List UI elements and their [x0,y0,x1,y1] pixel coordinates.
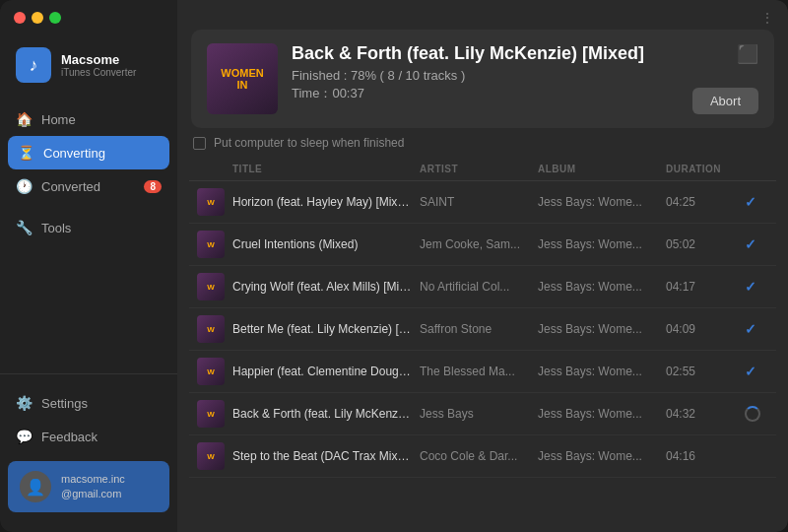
menu-dots[interactable]: ⋮ [760,10,774,26]
app-logo: ♪ [16,47,51,83]
converted-badge: 8 [144,180,162,193]
track-artist: The Blessed Ma... [420,365,538,378]
track-status [745,406,768,422]
user-email: macsome.inc @gmail.com [61,472,125,502]
track-title: Cruel Intentions (Mixed) [232,237,420,251]
user-profile[interactable]: 👤 macsome.inc @gmail.com [8,461,169,512]
converting-status: Finished : 78% ( 8 / 10 tracks ) [292,68,758,83]
sidebar-item-converting[interactable]: ⏳ Converting [8,136,169,169]
track-album: Jess Bays: Wome... [538,280,666,294]
table-row[interactable]: W Better Me (feat. Lily Mckenzie) [Mixed… [189,308,776,351]
col-album: ALBUM [538,164,666,174]
sleep-label: Put computer to sleep when finished [214,136,404,150]
track-title: Horizon (feat. Hayley May) [Mixed] [232,195,420,209]
track-title: Happier (feat. Clementine Douglas) [..… [232,365,420,378]
sidebar-item-tools[interactable]: 🔧 Tools [0,211,177,244]
track-status: ✓ [745,278,768,296]
app-header: ♪ Macsome iTunes Converter [0,32,177,95]
col-status [745,164,768,174]
table-row[interactable]: W Crying Wolf (feat. Alex Mills) [Mixed]… [189,266,776,308]
app-title: Macsome [61,52,136,67]
converting-time: Time：00:37 [292,85,758,102]
sidebar: ♪ Macsome iTunes Converter 🏠 Home ⏳ Conv… [0,0,177,532]
track-duration: 04:16 [666,449,745,463]
col-title: TITLE [232,164,420,174]
sleep-checkbox[interactable] [193,137,206,150]
main-header-bar: ⋮ [177,0,788,30]
col-duration: DURATION [666,164,745,174]
abort-button[interactable]: Abort [692,88,758,114]
col-thumb [197,164,232,174]
track-thumbnail: W [197,358,225,385]
progress-spinner [745,406,760,422]
track-duration: 04:32 [666,407,745,421]
main-content: ⋮ WOMENIN Back & Forth (feat. Lily McKen… [177,0,788,532]
minimize-button[interactable] [32,12,43,24]
settings-label: Settings [41,396,88,411]
track-artist: Coco Cole & Dar... [420,449,538,463]
converting-label: Converting [43,146,105,161]
home-icon: 🏠 [16,111,32,127]
avatar: 👤 [20,471,51,502]
check-icon: ✓ [745,321,756,337]
table-row[interactable]: W Horizon (feat. Hayley May) [Mixed] SAI… [189,181,776,224]
track-thumbnail: W [197,188,225,216]
track-thumbnail: W [197,273,225,300]
sleep-row: Put computer to sleep when finished [177,128,788,158]
tools-label: Tools [41,221,71,235]
check-icon: ✓ [745,364,756,379]
check-icon: ✓ [745,236,756,252]
track-status: ✓ [745,320,768,338]
track-album: Jess Bays: Wome... [538,195,666,209]
sidebar-item-settings[interactable]: ⚙️ Settings [0,386,177,420]
track-thumbnail: W [197,315,225,343]
converting-icon: ⏳ [18,145,33,161]
feedback-label: Feedback [41,430,98,444]
track-table: TITLE ARTIST ALBUM DURATION W Horizon (f… [177,158,788,532]
close-button[interactable] [14,12,26,24]
track-album: Jess Bays: Wome... [538,322,666,336]
track-title: Crying Wolf (feat. Alex Mills) [Mixed] [232,280,420,294]
track-duration: 04:09 [666,322,745,336]
sidebar-item-home[interactable]: 🏠 Home [0,102,177,136]
track-title: Step to the Beat (DAC Trax Mix) [Mixed] [232,449,420,463]
track-thumbnail: W [197,400,225,428]
col-artist: ARTIST [420,164,538,174]
track-album: Jess Bays: Wome... [538,365,666,378]
track-thumbnail: W [197,442,225,470]
track-status: ✓ [745,235,768,253]
converting-info: Back & Forth (feat. Lily McKenzie) [Mixe… [292,43,758,102]
sidebar-bottom: ⚙️ Settings 💬 Feedback 👤 macsome.inc @gm… [0,373,177,532]
traffic-lights [0,0,177,32]
track-artist: Saffron Stone [420,322,538,336]
table-row[interactable]: W Happier (feat. Clementine Douglas) [..… [189,351,776,393]
track-thumbnail: W [197,231,225,258]
sidebar-nav: 🏠 Home ⏳ Converting 🕐 Converted 8 🔧 Tool… [0,95,177,373]
track-album: Jess Bays: Wome... [538,449,666,463]
track-status: ✓ [745,363,768,380]
table-row[interactable]: W Step to the Beat (DAC Trax Mix) [Mixed… [189,435,776,478]
check-icon: ✓ [745,194,756,210]
sidebar-item-feedback[interactable]: 💬 Feedback [0,420,177,453]
track-status: ✓ [745,193,768,211]
settings-icon: ⚙️ [16,395,32,411]
home-label: Home [41,112,76,127]
track-artist: SAINT [420,195,538,209]
converting-title: Back & Forth (feat. Lily McKenzie) [Mixe… [292,43,758,64]
table-row[interactable]: W Cruel Intentions (Mixed) Jem Cooke, Sa… [189,224,776,266]
now-converting-panel: WOMENIN Back & Forth (feat. Lily McKenzi… [191,30,774,128]
sidebar-item-converted[interactable]: 🕐 Converted 8 [0,169,177,203]
export-icon[interactable]: ⬛ [737,43,758,65]
table-row[interactable]: W Back & Forth (feat. Lily McKenzie) [Mi… [189,393,776,435]
track-title: Back & Forth (feat. Lily McKenzie) [Mi..… [232,407,420,421]
tools-icon: 🔧 [16,220,32,235]
track-album: Jess Bays: Wome... [538,407,666,421]
track-duration: 04:25 [666,195,745,209]
track-artist: Jess Bays [420,407,538,421]
track-title: Better Me (feat. Lily Mckenzie) [Mixed] [232,322,420,336]
track-duration: 04:17 [666,280,745,294]
track-duration: 05:02 [666,237,745,251]
table-header: TITLE ARTIST ALBUM DURATION [189,158,776,181]
maximize-button[interactable] [49,12,61,24]
track-artist: No Artificial Col... [420,280,538,294]
